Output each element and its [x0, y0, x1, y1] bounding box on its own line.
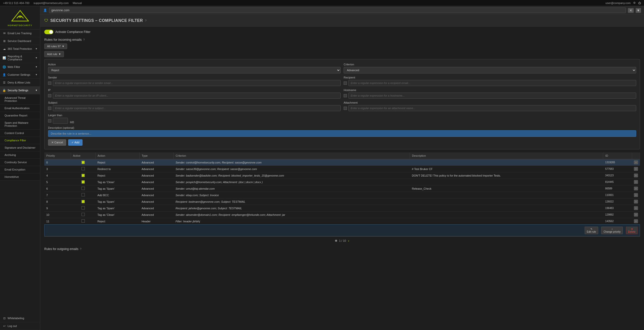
ip-checkbox[interactable] — [48, 94, 51, 97]
sidebar-item-customer-settings[interactable]: 👤 Customer Settings ▼ — [0, 71, 40, 79]
row-arrow-button[interactable]: › — [634, 219, 638, 223]
table-row[interactable]: 9 Tag as 'Spam' Advanced Recipient: jahn… — [44, 205, 640, 212]
cell-row-arrow[interactable]: › — [632, 218, 640, 225]
sidebar-item-email-live-tracking[interactable]: ✉ Email Live Tracking — [0, 29, 40, 37]
sidebar-item-log-out[interactable]: ↩ Log out — [0, 322, 40, 330]
sidebar-item-hornetdrive[interactable]: Hornetdrive — [0, 173, 40, 181]
attachment-checkbox[interactable] — [344, 107, 347, 110]
subject-checkbox[interactable] — [48, 107, 51, 110]
domain-input[interactable] — [51, 9, 624, 12]
cell-active[interactable]: ✓ — [71, 159, 95, 166]
cell-row-arrow[interactable]: › — [632, 172, 640, 179]
table-row[interactable]: 0 ✓ Reject Advanced Sender: control@horn… — [44, 159, 640, 166]
ip-input[interactable] — [53, 93, 341, 99]
row-arrow-button[interactable]: › — [634, 193, 638, 197]
table-row[interactable]: 3 Redirect to Advanced Sender: sasse39@g… — [44, 166, 640, 172]
cell-active[interactable]: ✓ — [71, 172, 95, 179]
edit-rule-button[interactable]: ✎ Edit rule — [585, 227, 598, 234]
cell-row-arrow[interactable]: › — [632, 212, 640, 218]
settings-icon[interactable]: ⚙ — [633, 1, 636, 5]
sidebar-item-deny-allow-lists[interactable]: ☰ Deny & Allow Lists — [0, 79, 40, 87]
domain-dropdown-button[interactable]: ▼ — [636, 8, 641, 13]
subject-input[interactable] — [53, 105, 341, 111]
row-arrow-button[interactable]: › — [634, 200, 638, 203]
cell-row-arrow[interactable]: › — [632, 166, 640, 172]
sidebar-item-compliance-filter[interactable]: Compliance Filter — [0, 137, 40, 144]
sidebar-item-service-dashboard[interactable]: ⊞ Service Dashboard — [0, 37, 40, 45]
cell-active[interactable] — [71, 205, 95, 212]
reporting-icon: 📊 — [3, 56, 6, 60]
cell-active[interactable] — [71, 166, 95, 172]
cell-active[interactable] — [71, 185, 95, 192]
table-row[interactable]: 4 ✓ Reject Advanced Sender: badsender@ba… — [44, 172, 640, 179]
sidebar-item-continuity-service[interactable]: Continuity Service — [0, 159, 40, 166]
cell-row-arrow[interactable]: › — [632, 185, 640, 192]
sidebar-item-signature-disclaimer[interactable]: Signature and Disclaimer — [0, 144, 40, 151]
recipient-group: Recipient — [344, 76, 636, 86]
sidebar-item-content-control[interactable]: Content Control — [0, 130, 40, 137]
page-help-icon[interactable]: ? — [145, 19, 146, 22]
cell-active[interactable]: ✓ — [71, 179, 95, 185]
criterion-select[interactable]: Advanced Header — [344, 67, 636, 73]
table-row[interactable]: 11 Reject Header Filter: header jbhbhj 1… — [44, 218, 640, 225]
hostname-checkbox[interactable] — [344, 94, 347, 97]
all-rules-filter-button[interactable]: All rules 97 ▼ — [44, 44, 67, 49]
row-arrow-button[interactable]: › — [634, 174, 638, 177]
cell-active[interactable] — [71, 192, 95, 198]
sidebar-item-advanced-threat-protection[interactable]: Advanced Threat Protection — [0, 94, 40, 105]
table-row[interactable]: 10 Tag as 'Clean' Advanced Sender: absen… — [44, 212, 640, 218]
row-arrow-button[interactable]: › — [634, 167, 638, 171]
manual-link[interactable]: Manual — [73, 2, 82, 5]
row-arrow-button[interactable]: › — [634, 206, 638, 210]
cancel-button[interactable]: ✕ Cancel — [48, 139, 66, 146]
table-row[interactable]: 5 ✓ Tag as 'Clean' Advanced Sender: posp… — [44, 179, 640, 185]
power-icon[interactable]: ⏻ — [638, 2, 641, 5]
row-arrow-button[interactable]: › — [634, 160, 638, 164]
row-arrow-button[interactable]: › — [634, 213, 638, 217]
pagination-next-button[interactable]: › — [348, 239, 349, 243]
support-email[interactable]: support@hornetsecurity.com — [33, 2, 69, 5]
compliance-filter-toggle[interactable] — [44, 30, 53, 34]
sidebar-item-web-filter[interactable]: 🌐 Web Filter ▼ — [0, 63, 40, 71]
outgoing-help-icon[interactable]: ? — [80, 248, 81, 251]
add-rule-button[interactable]: Add rule ▼ — [44, 51, 64, 57]
larger-than-input[interactable] — [53, 118, 68, 124]
cell-row-arrow[interactable]: › — [632, 179, 640, 185]
sidebar-item-email-authentication[interactable]: Email Authentication — [0, 105, 40, 112]
action-select[interactable]: Reject Redirect to Tag as 'Spam' Tag as … — [48, 67, 341, 73]
cell-row-arrow[interactable]: › — [632, 205, 640, 212]
recipient-input[interactable] — [348, 80, 636, 86]
sidebar-item-email-encryption[interactable]: Email Encryption — [0, 166, 40, 173]
change-priority-button[interactable]: ↕ Change priority — [601, 227, 623, 234]
sidebar-item-reporting-compliance[interactable]: 📊 Reporting & Compliance ▼ — [0, 53, 40, 63]
delete-rule-button[interactable]: ✕ Delete — [626, 227, 638, 234]
table-row[interactable]: 6 Tag as 'Spam' Advanced Sender: umut@ta… — [44, 185, 640, 192]
sidebar-item-365-total-protection[interactable]: ☁ 365 Total Protection ▼ — [0, 45, 40, 53]
cell-type: Advanced — [140, 172, 174, 179]
table-row[interactable]: 7 Add BCC Advanced Sender: ebay.com; Sub… — [44, 192, 640, 198]
attachment-input[interactable] — [348, 105, 636, 111]
cell-active[interactable] — [71, 212, 95, 218]
sidebar-item-quarantine-report[interactable]: Quarantine Report — [0, 112, 40, 119]
recipient-checkbox[interactable] — [344, 81, 347, 85]
domain-close-button[interactable]: ✕ — [628, 8, 634, 13]
cell-row-arrow[interactable]: › — [632, 192, 640, 198]
row-arrow-button[interactable]: › — [634, 180, 638, 184]
larger-than-checkbox[interactable] — [48, 119, 51, 122]
sidebar-item-spam-malware-protection[interactable]: Spam and Malware Protection — [0, 119, 40, 130]
table-row[interactable]: 8 ✓ Tag as 'Spam' Advanced Recipient: bo… — [44, 198, 640, 205]
add-button[interactable]: ✓ Add — [68, 139, 83, 146]
sender-checkbox[interactable] — [48, 81, 51, 85]
sidebar-item-security-settings[interactable]: 🔒 Security Settings ▼ — [0, 87, 40, 94]
sender-input[interactable] — [53, 80, 341, 86]
description-input[interactable] — [48, 130, 636, 137]
cell-active[interactable]: ✓ — [71, 198, 95, 205]
cell-row-arrow[interactable]: › — [632, 198, 640, 205]
incoming-help-icon[interactable]: ? — [83, 38, 85, 41]
row-arrow-button[interactable]: › — [634, 187, 638, 190]
sidebar-item-archiving[interactable]: Archiving — [0, 151, 40, 159]
cell-row-arrow[interactable]: › — [632, 159, 640, 166]
hostname-input[interactable] — [348, 93, 636, 99]
cell-active[interactable] — [71, 218, 95, 225]
sidebar-item-whitelabeling[interactable]: ⊡ Whitelabeling — [0, 314, 40, 322]
